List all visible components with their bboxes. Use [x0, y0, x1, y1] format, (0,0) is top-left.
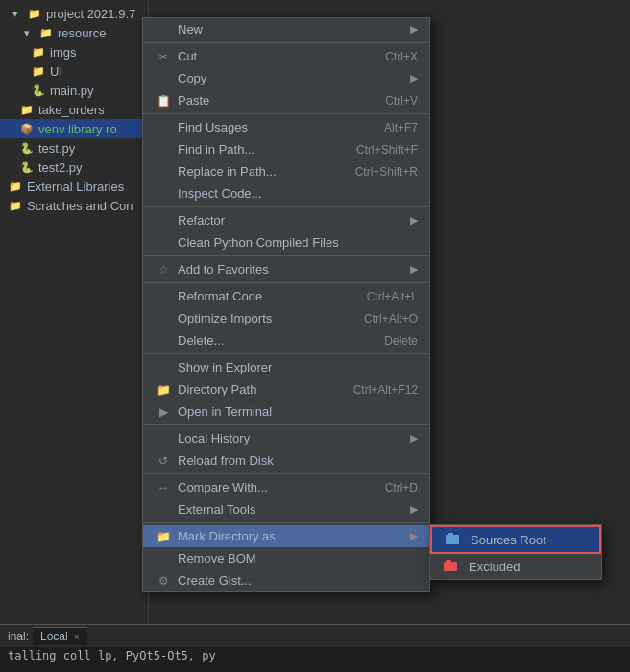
menu-item-add-favorites[interactable]: ☆ Add to Favorites ▶: [143, 258, 429, 280]
menu-label-show-explorer: Show in Explorer: [178, 360, 418, 374]
excluded-icon: [442, 559, 461, 574]
menu-label-clean-python: Clean Python Compiled Files: [178, 235, 418, 250]
create-gist-icon: ⚙: [155, 574, 172, 588]
folder-icon: 📁: [27, 6, 42, 21]
tree-item-imgs[interactable]: 📁 imgs: [0, 42, 148, 61]
menu-item-new[interactable]: New ▶: [143, 18, 429, 40]
tree-item-external[interactable]: 📁 External Libraries: [0, 177, 148, 196]
tree-item-take-orders[interactable]: 📁 take_orders: [0, 100, 148, 119]
separator-1: [143, 42, 429, 43]
arrow-favorites: ▶: [410, 263, 418, 276]
terminal-tabs: inal: Local ×: [0, 625, 630, 647]
submenu-item-sources-root[interactable]: Sources Root: [430, 525, 601, 554]
folder-icon-take-orders: 📁: [19, 102, 35, 117]
shortcut-delete: Delete: [384, 334, 418, 348]
tree-label-test-py: test.py: [38, 141, 75, 156]
menu-item-cut[interactable]: ✂ Cut Ctrl+X: [143, 45, 429, 67]
separator-6: [143, 353, 429, 354]
menu-item-mark-dir[interactable]: 📁 Mark Directory as ▶ Sources Root: [143, 525, 429, 547]
tree-item-resource[interactable]: ▾ 📁 resource: [0, 23, 148, 42]
menu-label-external-tools: External Tools: [178, 502, 402, 516]
menu-item-refactor[interactable]: Refactor ▶: [143, 209, 429, 231]
menu-item-show-explorer[interactable]: Show in Explorer: [143, 356, 429, 378]
dir-path-icon: 📁: [155, 383, 172, 396]
menu-item-replace-in-path[interactable]: Replace in Path... Ctrl+Shift+R: [143, 160, 429, 182]
menu-item-find-in-path[interactable]: Find in Path... Ctrl+Shift+F: [143, 138, 429, 160]
py-icon-main: 🐍: [31, 83, 46, 98]
separator-8: [143, 473, 429, 474]
sources-root-icon: [444, 532, 463, 547]
tree-item-main-py[interactable]: 🐍 main.py: [0, 81, 148, 100]
menu-item-remove-bom[interactable]: Remove BOM: [143, 547, 429, 569]
separator-9: [143, 522, 429, 523]
tree-label-imgs: imgs: [50, 45, 76, 60]
menu-item-delete[interactable]: Delete... Delete: [143, 329, 429, 351]
menu-item-dir-path[interactable]: 📁 Directory Path Ctrl+Alt+F12: [143, 378, 429, 400]
menu-item-compare[interactable]: ↔ Compare With... Ctrl+D: [143, 476, 429, 498]
menu-label-reformat: Reformat Code: [178, 289, 351, 303]
tree-label-resource: resource: [58, 26, 107, 40]
folder-icon-scratches: 📁: [8, 198, 23, 213]
shortcut-find-usages: Alt+F7: [384, 121, 418, 134]
terminal-tab-local[interactable]: Local ×: [33, 627, 87, 645]
tree-item-test2-py[interactable]: 🐍 test2.py: [0, 157, 148, 177]
tree-item-ui[interactable]: 📁 UI: [0, 61, 148, 81]
menu-label-compare: Compare With...: [178, 480, 370, 494]
expand-icon-resource: ▾: [19, 25, 35, 40]
shortcut-replace-in-path: Ctrl+Shift+R: [355, 165, 418, 179]
arrow-refactor: ▶: [410, 214, 418, 227]
expand-icon: ▾: [8, 6, 23, 21]
menu-item-reformat[interactable]: Reformat Code Ctrl+Alt+L: [143, 285, 429, 307]
py-icon-test2: 🐍: [19, 159, 35, 175]
menu-label-local-history: Local History: [178, 431, 402, 445]
menu-item-paste[interactable]: 📋 Paste Ctrl+V: [143, 89, 429, 111]
menu-label-find-usages: Find Usages: [178, 120, 369, 134]
tree-item-project[interactable]: ▾ 📁 project 2021.9.7: [0, 4, 148, 23]
submenu-label-excluded: Excluded: [469, 560, 590, 574]
tree-item-venv[interactable]: 📦 venv library ro: [0, 119, 148, 138]
tree-item-test-py[interactable]: 🐍 test.py: [0, 138, 148, 157]
folder-icon-external: 📁: [8, 179, 23, 194]
tab-close-button[interactable]: ×: [74, 632, 80, 642]
svg-rect-1: [448, 533, 453, 536]
menu-label-create-gist: Create Gist...: [178, 573, 418, 588]
menu-item-clean-python[interactable]: Clean Python Compiled Files: [143, 231, 429, 253]
shortcut-reformat: Ctrl+Alt+L: [367, 290, 418, 303]
menu-label-refactor: Refactor: [178, 213, 402, 228]
tab-local-label: Local: [40, 630, 68, 643]
menu-label-dir-path: Directory Path: [178, 382, 338, 396]
shortcut-dir-path: Ctrl+Alt+F12: [353, 383, 418, 396]
separator-4: [143, 255, 429, 256]
py-icon-test: 🐍: [19, 140, 35, 156]
tree-label-main-py: main.py: [50, 84, 94, 98]
menu-label-delete: Delete...: [178, 333, 369, 348]
menu-label-inspect-code: Inspect Code...: [178, 186, 418, 201]
terminal-bar: inal: Local × talling coll lp, PyQt5-Qt5…: [0, 624, 630, 672]
terminal-line1: talling coll lp, PyQt5-Qt5, py: [8, 649, 622, 662]
menu-item-local-history[interactable]: Local History ▶: [143, 427, 429, 449]
shortcut-compare: Ctrl+D: [385, 481, 418, 494]
svg-rect-0: [446, 535, 459, 544]
shortcut-optimize: Ctrl+Alt+O: [364, 312, 418, 325]
tree-label-take-orders: take_orders: [38, 103, 105, 117]
menu-label-remove-bom: Remove BOM: [178, 551, 418, 565]
shortcut-paste: Ctrl+V: [385, 94, 418, 108]
svg-rect-2: [444, 562, 457, 571]
menu-item-create-gist[interactable]: ⚙ Create Gist...: [143, 569, 429, 591]
menu-item-open-terminal[interactable]: ▶ Open in Terminal: [143, 400, 429, 422]
svg-rect-3: [446, 560, 451, 563]
menu-item-reload[interactable]: ↺ Reload from Disk: [143, 449, 429, 471]
tree-label-external: External Libraries: [27, 180, 124, 194]
menu-item-external-tools[interactable]: External Tools ▶: [143, 498, 429, 520]
menu-item-copy[interactable]: Copy ▶: [143, 67, 429, 89]
tree-label-scratches: Scratches and Con: [27, 199, 133, 213]
menu-item-find-usages[interactable]: Find Usages Alt+F7: [143, 116, 429, 138]
submenu-item-excluded[interactable]: Excluded: [430, 554, 601, 579]
arrow-external-tools: ▶: [410, 503, 418, 516]
submenu-label-sources-root: Sources Root: [471, 533, 588, 547]
menu-item-inspect-code[interactable]: Inspect Code...: [143, 182, 429, 204]
menu-label-new: New: [178, 22, 402, 36]
menu-item-optimize[interactable]: Optimize Imports Ctrl+Alt+O: [143, 307, 429, 329]
menu-label-open-terminal: Open in Terminal: [178, 404, 418, 419]
tree-item-scratches[interactable]: 📁 Scratches and Con: [0, 196, 148, 215]
